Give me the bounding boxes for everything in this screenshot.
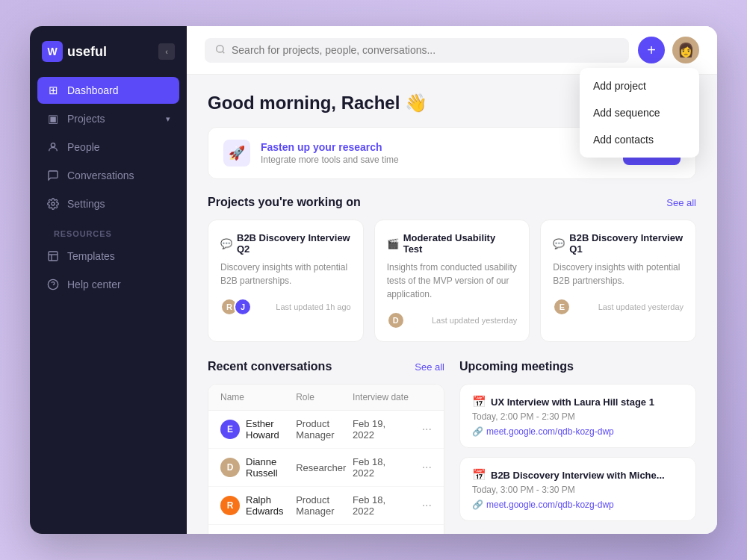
conversations-table: Name Role Interview date E Esther Howard… <box>208 384 444 534</box>
svg-point-1 <box>52 202 55 205</box>
project-card-0[interactable]: 💬 B2B Discovery Interview Q2 Discovery i… <box>208 220 364 342</box>
user-avatar-button[interactable]: 👩 <box>672 37 699 63</box>
nav-label-settings: Settings <box>67 198 105 210</box>
svg-rect-2 <box>49 252 58 261</box>
meetings-header: Upcoming meetings <box>459 360 696 373</box>
mini-avatar: E <box>553 298 571 316</box>
meeting-title-1: 📅 B2B Discovery Interview with Miche... <box>472 468 684 482</box>
col-header-name: Name <box>220 392 296 402</box>
sidebar-item-help[interactable]: Help center <box>37 271 179 298</box>
sidebar-collapse-button[interactable]: ‹ <box>158 43 175 60</box>
conv-role-1: Researcher <box>296 462 353 473</box>
sidebar: W useful ‹ ⊞ Dashboard ▣ Projects ▾ Peop… <box>30 26 187 534</box>
row-actions-2[interactable]: ··· <box>409 499 432 512</box>
header-actions: + 👩 <box>638 37 699 63</box>
table-row[interactable]: R Ralph Edwards Product Manager Feb 18, … <box>208 487 444 525</box>
project-card-title-2: 💬 B2B Discovery Interview Q1 <box>553 232 684 255</box>
sidebar-item-projects[interactable]: ▣ Projects ▾ <box>37 105 179 132</box>
projects-section-header: Projects you're working on See all <box>208 196 696 209</box>
project-avatars-1: D <box>387 311 400 329</box>
link-icon: 🔗 <box>472 500 483 510</box>
search-input[interactable] <box>232 44 619 56</box>
sidebar-navigation: ⊞ Dashboard ▣ Projects ▾ People Conversa… <box>30 77 187 519</box>
meeting-link-1: 🔗 meet.google.com/qdb-kozg-dwp <box>472 500 684 510</box>
dashboard-icon: ⊞ <box>46 84 60 97</box>
conversations-title: Recent conversations <box>208 360 332 373</box>
project-card-desc-2: Discovery insights with potential B2B pa… <box>553 261 684 287</box>
project-card-title-0: 💬 B2B Discovery Interview Q2 <box>220 232 351 255</box>
conv-role-0: Product Manager <box>296 418 353 441</box>
conv-name-2: R Ralph Edwards <box>220 494 296 517</box>
avatar: E <box>220 420 240 439</box>
nav-label-templates: Templates <box>67 250 115 262</box>
avatar: R <box>220 496 240 515</box>
search-icon <box>215 44 226 57</box>
col-header-actions <box>409 392 432 402</box>
link-icon: 🔗 <box>472 426 483 437</box>
table-row[interactable]: D Dianne Russell Researcher Feb 18, 2022… <box>208 449 444 487</box>
meetings-title: Upcoming meetings <box>459 360 574 373</box>
projects-see-all[interactable]: See all <box>666 197 696 208</box>
project-card-2[interactable]: 💬 B2B Discovery Interview Q1 Discovery i… <box>540 220 696 342</box>
conv-name-0: E Esther Howard <box>220 418 296 441</box>
meeting-title-0: 📅 UX Interview with Laura Hill stage 1 <box>472 395 684 408</box>
logo-icon: W <box>42 41 63 62</box>
avatar: D <box>220 458 240 477</box>
project-card-1[interactable]: 🎬 Moderated Usability Test Insights from… <box>374 220 530 342</box>
conv-role-2: Product Manager <box>296 494 353 517</box>
sidebar-item-conversations[interactable]: Conversations <box>37 162 179 189</box>
projects-section-title: Projects you're working on <box>208 196 361 209</box>
conversations-icon <box>46 169 60 182</box>
banner-subtitle: Integrate more tools and save time <box>261 155 613 165</box>
help-icon <box>46 278 60 291</box>
meeting-time-1: Today, 3:00 PM - 3:30 PM <box>472 485 684 495</box>
dropdown-add-sequence[interactable]: Add sequence <box>580 99 699 126</box>
dropdown-menu: Add project Add sequence Add contacts <box>580 68 699 158</box>
nav-label-dashboard: Dashboard <box>67 84 119 96</box>
col-header-date: Interview date <box>353 392 409 402</box>
conv-date-0: Feb 19, 2022 <box>353 418 409 441</box>
sidebar-item-settings[interactable]: Settings <box>37 190 179 217</box>
resources-section-title: RESOURCES <box>37 219 179 243</box>
conversations-header: Recent conversations See all <box>208 360 444 373</box>
meetings-section: Upcoming meetings 📅 UX Interview with La… <box>459 360 696 534</box>
project-card-footer-1: D Last updated yesterday <box>387 311 518 329</box>
search-bar <box>205 38 629 63</box>
calendar-icon: 📅 <box>472 468 486 482</box>
project-card-desc-1: Insights from conducted usability tests … <box>387 261 518 301</box>
project-updated-2: Last updated yesterday <box>598 302 684 311</box>
templates-icon <box>46 249 60 263</box>
svg-point-7 <box>217 45 223 52</box>
table-header-row: Name Role Interview date <box>208 385 444 411</box>
dropdown-add-project[interactable]: Add project <box>580 72 699 99</box>
conv-date-3: Feb 13, 2022 <box>353 532 409 534</box>
calendar-icon: 📅 <box>472 395 486 408</box>
conversations-section: Recent conversations See all Name Role I… <box>208 360 444 534</box>
mini-avatar: J <box>234 298 252 316</box>
dropdown-add-contacts[interactable]: Add contacts <box>580 126 699 153</box>
add-button[interactable]: + <box>638 37 665 63</box>
sidebar-item-people[interactable]: People <box>37 134 179 161</box>
banner-title: Fasten up your research <box>261 141 613 153</box>
conversations-see-all[interactable]: See all <box>415 361 444 373</box>
projects-icon: ▣ <box>46 112 60 125</box>
settings-icon <box>46 197 60 211</box>
table-row[interactable]: A Albert Flores UX Designer Feb 13, 2022… <box>208 525 444 534</box>
project-icon-0: 💬 <box>220 238 232 249</box>
project-card-footer-0: R J Last updated 1h ago <box>220 298 351 316</box>
project-icon-2: 💬 <box>553 238 565 249</box>
chevron-down-icon: ▾ <box>166 114 170 124</box>
row-actions-1[interactable]: ··· <box>409 461 432 474</box>
sidebar-item-dashboard[interactable]: ⊞ Dashboard <box>37 77 179 104</box>
meeting-card-0[interactable]: 📅 UX Interview with Laura Hill stage 1 T… <box>459 384 696 448</box>
conv-name-3: A Albert Flores <box>220 532 296 534</box>
conv-date-2: Feb 18, 2022 <box>353 494 409 517</box>
meeting-card-1[interactable]: 📅 B2B Discovery Interview with Miche... … <box>459 457 696 521</box>
people-icon <box>46 140 60 154</box>
svg-point-0 <box>51 143 55 147</box>
app-logo: W useful <box>42 41 107 62</box>
sidebar-item-templates[interactable]: Templates <box>37 243 179 270</box>
project-card-desc-0: Discovery insights with potential B2B pa… <box>220 261 351 287</box>
table-row[interactable]: E Esther Howard Product Manager Feb 19, … <box>208 411 444 449</box>
row-actions-0[interactable]: ··· <box>409 423 432 436</box>
